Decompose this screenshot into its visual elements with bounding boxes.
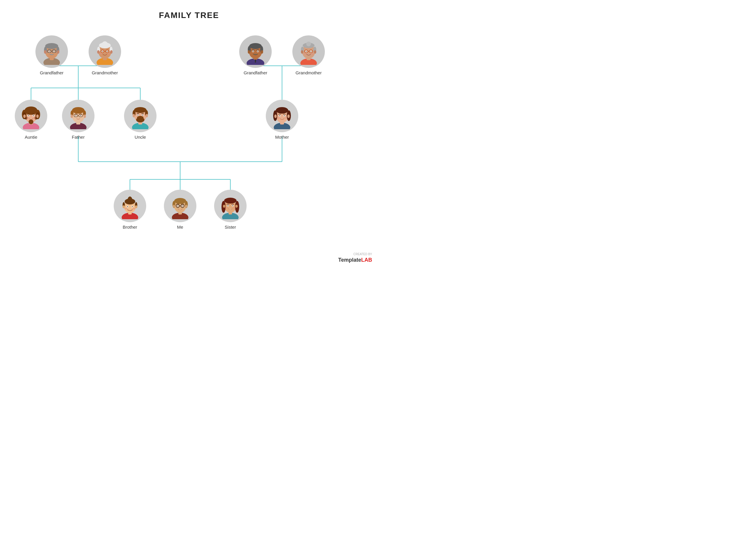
svg-point-165 [124, 208, 127, 210]
svg-point-83 [304, 53, 307, 55]
svg-point-132 [138, 115, 139, 116]
svg-point-117 [80, 115, 81, 116]
watermark-template: Template [338, 257, 361, 263]
svg-point-102 [33, 115, 34, 116]
page-title: FAMILY TREE [0, 0, 378, 20]
svg-point-79 [311, 51, 311, 52]
svg-point-75 [314, 50, 316, 54]
svg-point-164 [132, 206, 133, 207]
label-grandmother2: Grandmother [296, 70, 322, 75]
node-grandmother1: Grandmother [87, 36, 122, 75]
svg-point-37 [102, 41, 108, 47]
watermark-brand: TemplateLAB [338, 256, 372, 264]
svg-point-166 [133, 208, 136, 210]
node-me: Me [162, 190, 198, 230]
svg-point-135 [136, 117, 145, 122]
svg-point-163 [127, 206, 128, 207]
svg-point-159 [122, 205, 125, 208]
node-uncle: Uncle [122, 100, 158, 140]
svg-point-140 [276, 107, 288, 114]
svg-point-98 [36, 114, 39, 118]
svg-point-156 [127, 196, 132, 204]
node-sister: Sister [213, 190, 248, 230]
svg-point-113 [84, 114, 86, 118]
svg-point-128 [133, 114, 135, 117]
svg-point-175 [185, 205, 188, 208]
label-mother: Mother [275, 135, 289, 140]
svg-point-74 [301, 50, 303, 54]
node-grandfather1: Grandfather [34, 36, 69, 75]
svg-point-41 [110, 50, 113, 54]
svg-point-174 [173, 205, 175, 208]
svg-point-40 [97, 50, 99, 54]
svg-point-178 [177, 206, 178, 207]
svg-point-112 [70, 114, 73, 118]
watermark: CREATED BY TemplateLAB [338, 252, 372, 264]
avatar-father [62, 100, 94, 132]
svg-point-133 [142, 115, 143, 116]
svg-point-20 [45, 43, 58, 49]
svg-point-148 [284, 115, 285, 116]
svg-point-23 [44, 50, 46, 54]
svg-point-197 [233, 207, 236, 209]
svg-point-65 [257, 51, 258, 52]
avatar-me [164, 190, 196, 222]
label-sister: Sister [225, 224, 236, 230]
node-mother: Mother [264, 100, 300, 140]
svg-point-50 [107, 53, 110, 55]
svg-point-194 [228, 205, 229, 206]
node-grandmother2: Grandmother [291, 36, 326, 75]
svg-point-125 [134, 107, 147, 113]
svg-point-147 [279, 115, 280, 116]
svg-point-97 [23, 114, 26, 118]
node-brother: Brother [112, 190, 148, 230]
svg-point-129 [146, 114, 148, 117]
svg-point-92 [29, 119, 33, 124]
svg-point-171 [174, 198, 186, 204]
svg-point-24 [57, 50, 59, 54]
svg-point-61 [261, 50, 263, 54]
svg-point-45 [107, 51, 108, 52]
svg-point-71 [306, 41, 311, 46]
label-father: Father [72, 135, 85, 140]
svg-point-84 [311, 53, 313, 55]
svg-point-60 [248, 50, 250, 54]
avatar-grandmother1 [89, 36, 121, 68]
avatar-mother [266, 100, 298, 132]
svg-point-195 [232, 205, 233, 206]
avatar-brother [114, 190, 146, 222]
avatar-grandfather2 [239, 36, 272, 68]
label-brother: Brother [122, 224, 137, 230]
svg-point-28 [54, 51, 55, 52]
svg-point-27 [49, 51, 50, 52]
svg-point-44 [102, 51, 103, 52]
svg-point-144 [287, 114, 290, 118]
svg-point-196 [225, 207, 228, 209]
watermark-lab: LAB [361, 257, 372, 263]
svg-point-179 [182, 206, 183, 207]
avatar-auntie [15, 100, 47, 132]
node-father: Father [61, 100, 96, 140]
avatar-grandmother2 [292, 36, 325, 68]
label-grandmother1: Grandmother [92, 70, 118, 75]
label-uncle: Uncle [135, 135, 146, 140]
watermark-created: CREATED BY [338, 252, 372, 256]
svg-point-116 [76, 115, 76, 116]
svg-point-103 [26, 117, 29, 119]
svg-point-78 [306, 51, 307, 52]
avatar-uncle [124, 100, 156, 132]
node-auntie: Auntie [13, 100, 49, 140]
label-me: Me [177, 224, 183, 230]
svg-point-149 [277, 117, 280, 119]
svg-point-187 [224, 198, 236, 204]
label-auntie: Auntie [25, 135, 38, 140]
node-grandfather2: Grandfather [238, 36, 273, 75]
svg-point-191 [235, 205, 238, 208]
svg-point-190 [223, 205, 225, 208]
avatar-sister [214, 190, 247, 222]
svg-point-101 [28, 115, 29, 116]
label-grandfather1: Grandfather [40, 70, 64, 75]
svg-point-64 [253, 51, 254, 52]
svg-point-143 [274, 114, 277, 118]
svg-point-109 [72, 107, 85, 114]
